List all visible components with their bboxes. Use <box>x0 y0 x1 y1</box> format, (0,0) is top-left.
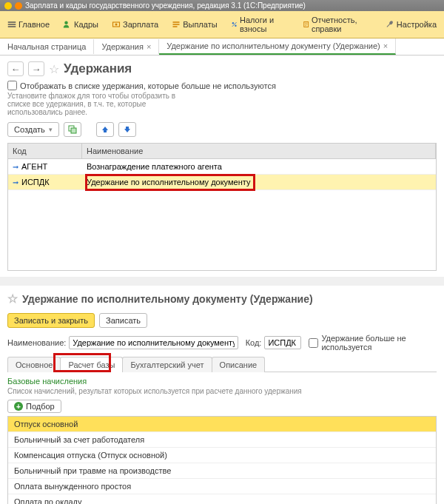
favorite-icon[interactable]: ☆ <box>49 62 59 76</box>
show-unused-checkbox[interactable] <box>7 81 17 90</box>
tab-uderzhaniya[interactable]: Удержания× <box>94 39 159 54</box>
toolbar-vyplaty[interactable]: Выплаты <box>169 19 220 30</box>
window-control-icon <box>4 2 12 10</box>
show-unused-label: Отображать в списке удержания, которые б… <box>20 81 276 90</box>
toolbar-label: Главное <box>18 20 50 29</box>
section-hint: Список начислений, результат которых исп… <box>7 387 437 395</box>
favorite-icon[interactable]: ☆ <box>7 292 18 306</box>
toolbar-label: Налоги и взносы <box>240 16 289 33</box>
save-close-button[interactable]: Записать и закрыть <box>7 313 95 328</box>
svg-point-4 <box>235 25 236 27</box>
col-header-code[interactable]: Код <box>8 144 82 158</box>
toolbar-label: Настройка <box>397 20 437 29</box>
section-title: Базовые начисления <box>7 377 437 386</box>
form-title: Удержание по исполнительному документу (… <box>22 293 313 305</box>
create-button[interactable]: Создать <box>7 122 59 137</box>
toolbar-label: Отчетность, справки <box>312 16 372 33</box>
tab-home[interactable]: Начальная страница <box>0 39 94 54</box>
accrual-list: Отпуск основной Больничный за счет работ… <box>7 416 437 504</box>
list-item[interactable]: Больничный при травме на производстве <box>8 463 436 479</box>
list-item[interactable]: Больничный за счет работодателя <box>8 432 436 448</box>
items-grid: Код Наименование ➞АГЕНТ Вознаграждение п… <box>7 143 437 271</box>
list-item[interactable]: Компенсация отпуска (Отпуск основной) <box>8 448 436 463</box>
hint-text: Установите флажок для того чтобы отобраз… <box>7 92 200 116</box>
form-subtabs: Основное Расчет базы Бухгалтерский учет … <box>7 356 437 372</box>
unused-checkbox[interactable] <box>309 338 318 348</box>
save-button[interactable]: Записать <box>99 313 147 328</box>
close-icon[interactable]: × <box>147 42 151 51</box>
tab-label: Начальная страница <box>7 42 86 51</box>
toolbar-otchet[interactable]: Отчетность, справки <box>300 14 375 35</box>
toolbar-nalogi[interactable]: Налоги и взносы <box>228 14 292 35</box>
arrow-up-icon <box>101 125 110 134</box>
toolbar-nastroyka[interactable]: Настройка <box>383 19 440 30</box>
page-title: Удержания <box>64 61 132 76</box>
code-label: Код: <box>246 338 262 347</box>
move-down-button[interactable] <box>118 122 136 137</box>
wrench-icon <box>386 20 394 29</box>
unused-label: Удержание больше не используется <box>321 334 437 352</box>
window-titlebar: Зарплата и кадры государственного учрежд… <box>0 0 444 11</box>
nav-forward-button[interactable]: → <box>28 61 44 76</box>
window-control-icon <box>15 2 22 10</box>
document-tabs: Начальная страница Удержания× Удержание … <box>0 38 444 56</box>
tab-label: Удержания <box>101 42 143 51</box>
tab-opisanie[interactable]: Описание <box>212 357 266 372</box>
nav-back-button[interactable]: ← <box>7 61 24 76</box>
svg-point-0 <box>64 21 68 25</box>
payout-icon <box>172 20 181 29</box>
tab-buh-uchet[interactable]: Бухгалтерский учет <box>122 357 212 372</box>
window-title: Зарплата и кадры государственного учрежд… <box>25 1 306 10</box>
main-toolbar: Главное Кадры Зарплата Выплаты Налоги и … <box>0 11 444 38</box>
panel-form: ☆ Удержание по исполнительному документу… <box>0 286 444 504</box>
col-header-name[interactable]: Наименование <box>82 144 436 158</box>
people-icon <box>63 20 72 29</box>
copy-icon <box>68 125 77 134</box>
toolbar-kadry[interactable]: Кадры <box>60 19 101 30</box>
report-icon <box>303 20 309 29</box>
row-icon: ➞ <box>13 163 18 171</box>
tab-label: Удержание по исполнительному документу (… <box>166 41 380 50</box>
toolbar-zarplata[interactable]: Зарплата <box>109 19 161 30</box>
toolbar-label: Кадры <box>74 20 98 29</box>
money-icon <box>112 20 121 29</box>
pick-button[interactable]: + Подбор <box>7 400 61 413</box>
toolbar-main[interactable]: Главное <box>4 19 53 30</box>
plus-icon: + <box>14 402 23 411</box>
row-icon: ➞ <box>13 178 18 187</box>
table-row[interactable]: ➞АГЕНТ Вознаграждение платежного агента <box>8 159 436 175</box>
list-item[interactable]: Отпуск основной <box>8 417 436 432</box>
arrow-down-icon <box>123 125 132 134</box>
copy-button[interactable] <box>64 122 81 137</box>
bars-icon <box>7 20 16 29</box>
toolbar-label: Зарплата <box>123 20 158 29</box>
svg-point-2 <box>115 24 118 26</box>
svg-rect-7 <box>71 128 76 133</box>
list-item[interactable]: Оплата по окладу <box>8 494 436 504</box>
table-row[interactable]: ➞ИСПДК Удержание по исполнительному доку… <box>8 175 436 190</box>
name-field[interactable] <box>69 336 238 349</box>
move-up-button[interactable] <box>96 122 114 137</box>
code-field[interactable] <box>264 336 301 349</box>
tab-uderzhanie-doc[interactable]: Удержание по исполнительному документу (… <box>159 38 396 55</box>
name-label: Наименование: <box>7 338 66 347</box>
percent-icon <box>231 20 238 29</box>
list-item[interactable]: Оплата вынужденного простоя <box>8 479 436 494</box>
panel-list: ← → ☆ Удержания Отображать в списке удер… <box>0 56 444 277</box>
tab-raschet-bazy[interactable]: Расчет базы <box>60 357 123 372</box>
svg-point-3 <box>232 22 233 24</box>
tab-osnovnoe[interactable]: Основное <box>7 357 61 372</box>
close-icon[interactable]: × <box>383 41 388 50</box>
toolbar-label: Выплаты <box>183 20 217 29</box>
